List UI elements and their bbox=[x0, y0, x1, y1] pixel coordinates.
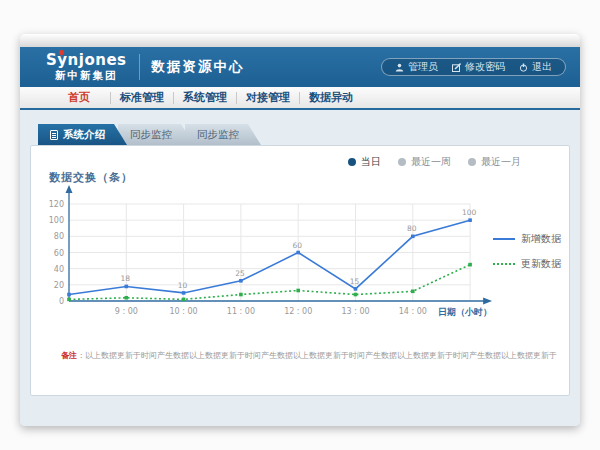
svg-text:25: 25 bbox=[235, 269, 245, 278]
nav-item-home[interactable]: 首页 bbox=[48, 90, 110, 105]
main-nav: 首页 标准管理 系统管理 对接管理 数据异动 bbox=[20, 87, 580, 110]
logout-button[interactable]: 退出 bbox=[519, 60, 552, 74]
svg-text:12 : 00: 12 : 00 bbox=[284, 307, 312, 316]
change-password-label: 修改密码 bbox=[465, 60, 505, 74]
chart-grid: 020406080100120 bbox=[49, 200, 470, 306]
x-axis-title: 日期（小时） bbox=[438, 307, 492, 317]
svg-text:100: 100 bbox=[462, 208, 477, 217]
power-icon bbox=[519, 63, 528, 72]
edit-icon bbox=[452, 63, 461, 72]
nav-item-data-change[interactable]: 数据异动 bbox=[300, 90, 362, 105]
line-chart: 0204060801001209 : 0010 : 0011 : 0012 : … bbox=[41, 166, 521, 336]
tab-bar: 系统介绍 同步监控 同步监控 bbox=[38, 124, 261, 145]
change-password-button[interactable]: 修改密码 bbox=[452, 60, 505, 74]
user-icon bbox=[395, 63, 404, 72]
tab-system-intro[interactable]: 系统介绍 bbox=[38, 124, 127, 145]
logo-text-en: Synjones bbox=[46, 53, 127, 68]
company-logo: Synjones 新中新集团 bbox=[46, 53, 127, 81]
legend-line-solid-icon bbox=[493, 238, 515, 240]
user-toolbar: 管理员 修改密码 退出 bbox=[381, 58, 566, 76]
legend-item-update-data[interactable]: 更新数据 bbox=[493, 257, 561, 271]
svg-text:10 : 00: 10 : 00 bbox=[170, 307, 198, 316]
svg-text:10: 10 bbox=[178, 281, 188, 290]
svg-text:20: 20 bbox=[54, 281, 64, 290]
chart-legend: 新增数据 更新数据 bbox=[493, 232, 561, 271]
tab-sync-monitor-1[interactable]: 同步监控 bbox=[118, 124, 194, 145]
svg-text:80: 80 bbox=[407, 224, 417, 233]
tab-label: 同步监控 bbox=[197, 128, 239, 142]
svg-text:100: 100 bbox=[49, 216, 64, 225]
nav-item-interface-mgmt[interactable]: 对接管理 bbox=[237, 90, 299, 105]
svg-text:14 : 00: 14 : 00 bbox=[399, 307, 427, 316]
svg-text:80: 80 bbox=[54, 232, 64, 241]
radio-dot-icon bbox=[398, 158, 406, 166]
current-user-label: 管理员 bbox=[408, 60, 438, 74]
header-divider bbox=[139, 54, 140, 80]
svg-text:15: 15 bbox=[350, 277, 360, 286]
nav-item-system-mgmt[interactable]: 系统管理 bbox=[174, 90, 236, 105]
svg-text:60: 60 bbox=[54, 249, 64, 258]
legend-line-dotted-icon bbox=[493, 263, 515, 265]
logout-label: 退出 bbox=[532, 60, 552, 74]
content-area: 系统介绍 同步监控 同步监控 当日 最近一周 bbox=[20, 110, 580, 426]
svg-text:120: 120 bbox=[49, 200, 64, 209]
svg-text:40: 40 bbox=[54, 265, 64, 274]
nav-item-standard-mgmt[interactable]: 标准管理 bbox=[111, 90, 173, 105]
page-title: 数据资源中心 bbox=[152, 58, 245, 76]
window-top-strip bbox=[20, 34, 580, 47]
document-icon bbox=[50, 130, 58, 140]
svg-text:9 : 00: 9 : 00 bbox=[115, 307, 138, 316]
chart-card: 当日 最近一周 最近一月 数据交换（条） 0204060801001209 : … bbox=[30, 145, 570, 396]
tab-label: 同步监控 bbox=[130, 128, 172, 142]
svg-text:13 : 00: 13 : 00 bbox=[341, 307, 369, 316]
footnote-text: ：以上数据更新于时间产生数据以上数据更新于时间产生数据以上数据更新于时间产生数据… bbox=[77, 351, 557, 360]
radio-dot-icon bbox=[468, 158, 476, 166]
footnote-label: 备注 bbox=[61, 351, 77, 360]
svg-text:0: 0 bbox=[59, 297, 64, 306]
current-user-button[interactable]: 管理员 bbox=[395, 60, 438, 74]
app-header: Synjones 新中新集团 数据资源中心 管理员 修改密码 退出 bbox=[20, 47, 580, 87]
svg-text:18: 18 bbox=[121, 274, 131, 283]
app-window: Synjones 新中新集团 数据资源中心 管理员 修改密码 退出 首页 bbox=[20, 34, 580, 426]
logo-wordmark: Synjones bbox=[46, 51, 127, 69]
footnote: 备注：以上数据更新于时间产生数据以上数据更新于时间产生数据以上数据更新于时间产生… bbox=[61, 350, 559, 361]
legend-label: 更新数据 bbox=[521, 257, 561, 271]
legend-item-new-data[interactable]: 新增数据 bbox=[493, 232, 561, 246]
svg-text:60: 60 bbox=[292, 241, 302, 250]
tab-sync-monitor-2[interactable]: 同步监控 bbox=[185, 124, 261, 145]
legend-label: 新增数据 bbox=[521, 232, 561, 246]
radio-dot-icon bbox=[348, 158, 356, 166]
tab-label: 系统介绍 bbox=[63, 128, 105, 142]
svg-text:11 : 00: 11 : 00 bbox=[227, 307, 255, 316]
logo-text-cn: 新中新集团 bbox=[55, 70, 118, 81]
